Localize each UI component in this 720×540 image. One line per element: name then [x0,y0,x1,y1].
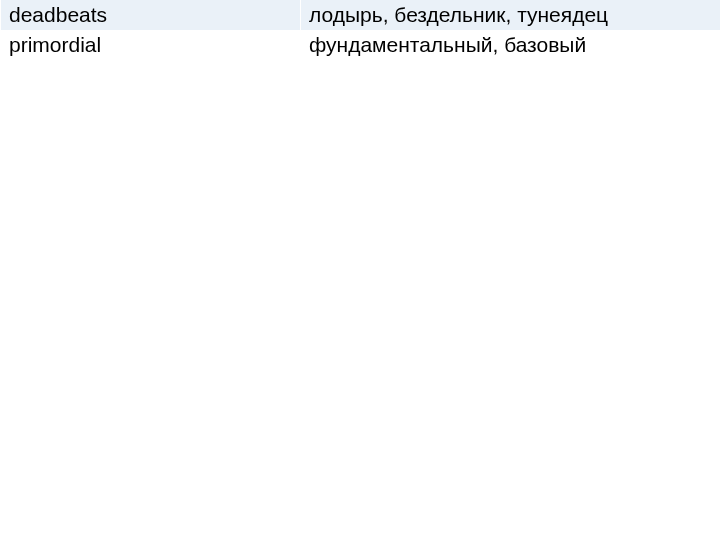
slide: deadbeats лодырь, бездельник, тунеядец p… [0,0,720,540]
english-term: primordial [1,30,301,60]
english-term: deadbeats [1,0,301,30]
russian-translation: фундаментальный, базовый [301,30,721,60]
vocab-table: deadbeats лодырь, бездельник, тунеядец p… [0,0,720,61]
russian-translation: лодырь, бездельник, тунеядец [301,0,721,30]
table-row: deadbeats лодырь, бездельник, тунеядец [1,0,721,30]
table-row: primordial фундаментальный, базовый [1,30,721,60]
